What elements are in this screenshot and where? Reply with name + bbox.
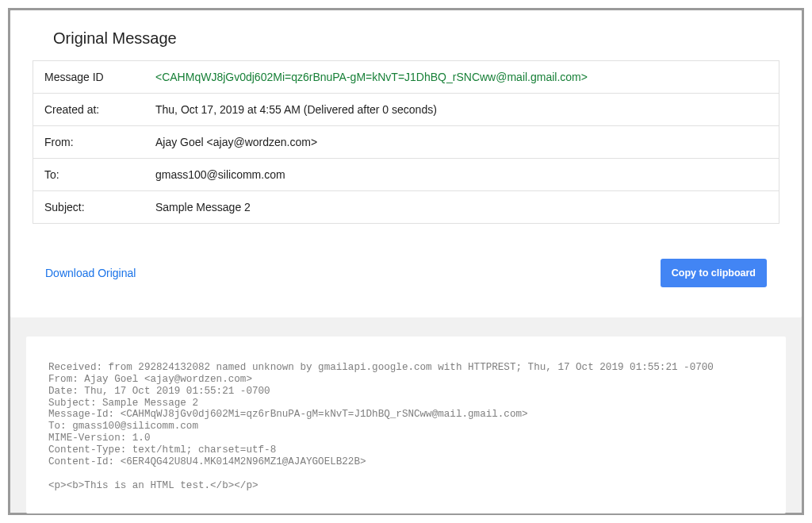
- row-from: From: Ajay Goel <ajay@wordzen.com>: [33, 125, 779, 158]
- row-to: To: gmass100@silicomm.com: [33, 158, 779, 190]
- frame: Original Message Message ID <CAHMqWJ8jGv…: [8, 8, 804, 515]
- raw-source-card: Received: from 292824132082 named unknow…: [26, 336, 786, 513]
- value-subject: Sample Message 2: [151, 191, 779, 223]
- actions-row: Download Original Copy to clipboard: [29, 224, 783, 295]
- label-message-id: Message ID: [33, 61, 151, 93]
- raw-source-text: Received: from 292824132082 named unknow…: [48, 362, 764, 491]
- page-title: Original Message: [53, 29, 783, 48]
- row-message-id: Message ID <CAHMqWJ8jGv0dj602Mi=qz6rBnuP…: [33, 61, 779, 93]
- download-original-link[interactable]: Download Original: [45, 267, 136, 279]
- copy-to-clipboard-button[interactable]: Copy to clipboard: [661, 259, 767, 287]
- original-message-card: Original Message Message ID <CAHMqWJ8jGv…: [10, 10, 802, 317]
- value-from: Ajay Goel <ajay@wordzen.com>: [151, 126, 779, 158]
- row-subject: Subject: Sample Message 2: [33, 190, 779, 223]
- value-to: gmass100@silicomm.com: [151, 159, 779, 190]
- label-created-at: Created at:: [33, 94, 151, 125]
- value-created-at: Thu, Oct 17, 2019 at 4:55 AM (Delivered …: [151, 94, 779, 125]
- row-created-at: Created at: Thu, Oct 17, 2019 at 4:55 AM…: [33, 93, 779, 125]
- label-from: From:: [33, 126, 151, 158]
- value-message-id: <CAHMqWJ8jGv0dj602Mi=qz6rBnuPA-gM=kNvT=J…: [151, 61, 779, 93]
- label-subject: Subject:: [33, 191, 151, 223]
- headers-table: Message ID <CAHMqWJ8jGv0dj602Mi=qz6rBnuP…: [33, 60, 779, 224]
- label-to: To:: [33, 159, 151, 190]
